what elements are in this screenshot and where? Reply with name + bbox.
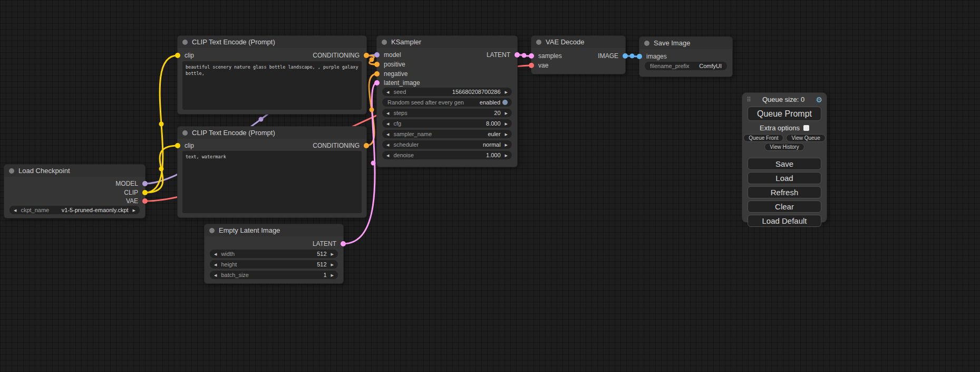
arrow-left-icon[interactable]: ◀ [14,208,16,212]
input-slot-clip[interactable]: clip [175,142,194,149]
ckpt-name-widget[interactable]: ◀ ckpt_name v1-5-pruned-emaonly.ckpt ▶ [9,206,140,214]
node-title-bar[interactable]: KSampler [377,36,517,48]
arrow-right-icon[interactable]: ▶ [331,263,334,266]
clip-slot-dot-icon[interactable] [175,143,180,148]
conditioning-slot-dot-icon[interactable] [364,53,369,58]
clip-slot-dot-icon[interactable] [175,53,180,58]
arrow-right-icon[interactable]: ▶ [505,90,508,94]
image-slot-dot-icon[interactable] [637,54,642,59]
input-slot-positive[interactable]: positive [374,61,405,68]
toggle-dot-icon[interactable] [502,100,508,105]
refresh-button[interactable]: Refresh [748,186,821,198]
image-slot-dot-icon[interactable] [623,53,628,59]
node-title-bar[interactable]: Empty Latent Image [205,224,343,236]
node-title-bar[interactable]: Save Image [639,37,732,49]
seed-widget[interactable]: ◀ seed 156680208700286 ▶ [382,88,512,96]
latent-slot-dot-icon[interactable] [529,53,534,59]
arrow-left-icon[interactable]: ◀ [386,90,389,94]
output-slot-latent[interactable]: LATENT [487,51,520,59]
arrow-right-icon[interactable]: ▶ [505,111,508,115]
node-status-dot-icon[interactable] [644,41,649,46]
input-slot-latent-image[interactable]: latent_image [374,79,420,87]
model-slot-dot-icon[interactable] [374,52,380,58]
settings-gear-icon[interactable]: ⚙ [816,96,822,103]
scheduler-widget[interactable]: ◀ scheduler normal ▶ [382,140,512,149]
node-status-dot-icon[interactable] [536,40,541,45]
node-title-bar[interactable]: CLIP Text Encode (Prompt) [178,36,366,48]
queue-prompt-button[interactable]: Queue Prompt [748,107,821,121]
arrow-right-icon[interactable]: ▶ [505,143,508,147]
drag-handle-icon[interactable]: ⠿ [746,97,751,103]
load-button[interactable]: Load [748,172,821,184]
node-status-dot-icon[interactable] [209,228,215,233]
model-slot-dot-icon[interactable] [142,181,148,186]
output-slot-latent[interactable]: LATENT [313,240,346,247]
extra-options-checkbox[interactable] [803,125,809,131]
batch-size-widget[interactable]: ◀ batch_size 1 ▶ [210,271,338,279]
cfg-widget[interactable]: ◀ cfg 8.000 ▶ [382,119,512,128]
output-slot-image[interactable]: IMAGE [598,52,628,60]
input-slot-images[interactable]: images [637,53,667,60]
save-button[interactable]: Save [748,158,821,170]
input-slot-negative[interactable]: negative [374,70,407,78]
node-clip-text-encode-positive[interactable]: CLIP Text Encode (Prompt) clip CONDITION… [178,36,366,114]
node-status-dot-icon[interactable] [182,130,188,136]
arrow-left-icon[interactable]: ◀ [214,273,217,277]
filename-prefix-widget[interactable]: filename_prefix ComfyUI [645,62,727,70]
node-save-image[interactable]: Save Image images filename_prefix ComfyU… [639,37,732,77]
sampler-name-widget[interactable]: ◀ sampler_name euler ▶ [382,130,512,138]
vae-slot-dot-icon[interactable] [142,198,148,204]
queue-front-button[interactable]: Queue Front [743,134,783,142]
node-load-checkpoint[interactable]: Load Checkpoint MODEL CLIP VAE ◀ ckpt_na… [4,165,145,218]
arrow-right-icon[interactable]: ▶ [133,208,135,212]
node-title-bar[interactable]: VAE Decode [531,36,625,48]
node-status-dot-icon[interactable] [9,168,14,174]
latent-slot-dot-icon[interactable] [515,52,520,58]
prompt-text-area[interactable]: text, watermark [182,151,362,213]
output-slot-conditioning[interactable]: CONDITIONING [313,142,369,149]
input-slot-clip[interactable]: clip [175,52,194,59]
node-status-dot-icon[interactable] [382,40,387,45]
node-title-bar[interactable]: Load Checkpoint [4,165,145,177]
conditioning-slot-dot-icon[interactable] [364,143,369,148]
arrow-left-icon[interactable]: ◀ [386,143,389,147]
arrow-left-icon[interactable]: ◀ [386,154,389,157]
output-slot-conditioning[interactable]: CONDITIONING [313,52,369,59]
node-status-dot-icon[interactable] [182,40,188,45]
view-history-button[interactable]: View History [764,143,804,151]
input-slot-model[interactable]: model [374,51,401,59]
conditioning-slot-dot-icon[interactable] [374,62,380,67]
latent-slot-dot-icon[interactable] [341,241,346,246]
random-seed-toggle-widget[interactable]: Random seed after every gen enabled [382,98,512,107]
node-title-bar[interactable]: CLIP Text Encode (Prompt) [178,127,366,139]
height-widget[interactable]: ◀ height 512 ▶ [210,260,338,269]
input-slot-vae[interactable]: vae [529,62,548,69]
node-ksampler[interactable]: KSampler model positive negative latent_… [377,36,517,167]
prompt-text-area[interactable]: beautiful scenery nature glass bottle la… [182,61,362,110]
arrow-right-icon[interactable]: ▶ [505,132,508,136]
conditioning-slot-dot-icon[interactable] [374,71,380,77]
steps-widget[interactable]: ◀ steps 20 ▶ [382,109,512,117]
width-widget[interactable]: ◀ width 512 ▶ [210,250,338,258]
arrow-left-icon[interactable]: ◀ [214,252,217,256]
clear-button[interactable]: Clear [748,201,821,213]
arrow-right-icon[interactable]: ▶ [331,252,334,256]
arrow-left-icon[interactable]: ◀ [214,263,217,266]
arrow-left-icon[interactable]: ◀ [386,111,389,115]
load-default-button[interactable]: Load Default [748,215,821,227]
arrow-right-icon[interactable]: ▶ [331,273,334,277]
arrow-left-icon[interactable]: ◀ [386,122,389,126]
output-slot-clip[interactable]: CLIP [124,189,148,196]
arrow-right-icon[interactable]: ▶ [505,122,508,126]
node-clip-text-encode-negative[interactable]: CLIP Text Encode (Prompt) clip CONDITION… [178,127,366,217]
output-slot-vae[interactable]: VAE [126,197,148,205]
denoise-widget[interactable]: ◀ denoise 1.000 ▶ [382,151,512,159]
latent-slot-dot-icon[interactable] [374,80,380,85]
output-slot-model[interactable]: MODEL [115,180,148,187]
arrow-right-icon[interactable]: ▶ [505,154,508,157]
view-queue-button[interactable]: View Queue [786,134,825,142]
node-vae-decode[interactable]: VAE Decode samples vae IMAGE [531,36,625,74]
vae-slot-dot-icon[interactable] [529,63,534,68]
node-empty-latent-image[interactable]: Empty Latent Image LATENT ◀ width 512 ▶ … [205,224,343,283]
clip-slot-dot-icon[interactable] [142,190,148,195]
